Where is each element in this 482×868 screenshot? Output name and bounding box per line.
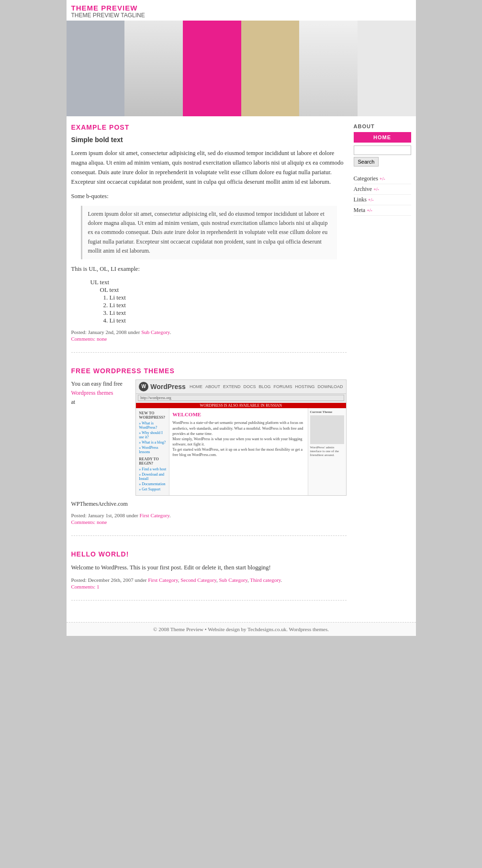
- banner-segment-2: [124, 21, 183, 116]
- post-blockquote: Lorem ipsum dolor sit amet, consectetur …: [81, 206, 337, 259]
- post-subtitle: Simple bold text: [71, 136, 347, 144]
- post-cat-second[interactable]: Second Category: [180, 577, 216, 583]
- post-paragraph-1: Lorem ipsum dolor sit amet, consectetur …: [71, 148, 347, 187]
- comments-link-wp[interactable]: Comments: none: [71, 519, 107, 525]
- site-title: THEME PREVIEW: [71, 4, 411, 12]
- banner: [67, 21, 416, 116]
- wp-sidebar-link-5: » Find a web host: [139, 467, 166, 471]
- post-cat-first[interactable]: First Category: [148, 577, 178, 583]
- sidebar-about-title: ABOUT: [354, 123, 411, 129]
- wp-screenshot: W WordPress HOMEABOUTEXTENDDOCSBLOGFORUM…: [135, 379, 346, 496]
- li-item-4: Li text: [110, 317, 347, 324]
- search-button[interactable]: Search: [354, 157, 379, 167]
- post-hello-world: HELLO WORLD! Welcome to WordPress. This …: [71, 550, 347, 601]
- bquotes-label: Some b-quotes:: [71, 191, 347, 201]
- sidebar-nav: Categories +/- Archive +/- Links +/- Met…: [354, 174, 411, 216]
- post-paragraph-hello: Welcome to WordPress. This is your first…: [71, 563, 347, 572]
- post-meta-wp: Posted: January 1st, 2008 under First Ca…: [71, 512, 347, 518]
- site-tagline: THEME PREVIEW TAGLINE: [71, 12, 411, 19]
- post-category-link[interactable]: Sub Category: [141, 329, 169, 335]
- sidebar-item-links[interactable]: Links +/-: [354, 195, 411, 205]
- wp-logo-icon: W: [139, 382, 148, 391]
- li-item-1: Li text: [110, 294, 347, 301]
- banner-segment-1: [67, 21, 125, 116]
- wp-content-area: NEW TO WORDPRESS? » What is WordPress? »…: [136, 408, 346, 495]
- wp-themes-link[interactable]: Wordpress themes: [71, 389, 113, 396]
- address-bar: http://wordpress.org: [138, 395, 344, 401]
- post-comments-example: Comments: none: [71, 335, 347, 343]
- comments-link[interactable]: Comments: none: [71, 336, 107, 342]
- wp-sidebar-link-2: » Why should I use it?: [139, 431, 166, 439]
- post-title-hello: HELLO WORLD!: [71, 550, 347, 558]
- wp-nav: HOMEABOUTEXTENDDOCSBLOGFORUMSHOSTINGDOWN…: [190, 384, 343, 389]
- ul-item: UL text: [90, 278, 347, 286]
- comments-link-hello[interactable]: Comments: 1: [71, 584, 100, 590]
- footer: © 2008 Theme Preview • Website design by…: [67, 622, 416, 636]
- wp-sidebar-link-7: » Documentation: [139, 482, 166, 486]
- wp-sidebar-nav: NEW TO WORDPRESS? » What is WordPress? »…: [136, 408, 169, 495]
- sidebar: ABOUT HOME Search Categories +/- Archive…: [354, 123, 411, 223]
- footer-text: © 2008 Theme Preview • Website design by…: [153, 626, 329, 632]
- banner-segment-3: [183, 21, 241, 116]
- banner-segment-6: [358, 21, 416, 116]
- li-item-2: Li text: [110, 301, 347, 309]
- wp-right-panel: Current Theme WordPress' admin interface…: [308, 408, 346, 495]
- wp-sidebar-link-6: » Download and Install: [139, 472, 166, 481]
- post-wp-themes: FREE WORDPRESS THEMES You can easy find …: [71, 367, 347, 536]
- post-body-hello: Welcome to WordPress. This is your first…: [71, 563, 347, 572]
- list-section: UL text OL text Li text Li text Li text …: [81, 278, 347, 324]
- wp-sidebar-link-8: » Get Support: [139, 487, 166, 491]
- sidebar-item-meta[interactable]: Meta +/-: [354, 205, 411, 216]
- post-cat-sub[interactable]: Sub Category: [219, 577, 247, 583]
- wp-main-area: WELCOME WordPress is a state-of-the-art …: [169, 408, 307, 495]
- post-body-example: Lorem ipsum dolor sit amet, consectetur …: [71, 148, 347, 324]
- post-comments-hello: Comments: 1: [71, 583, 347, 590]
- search-input[interactable]: [354, 145, 411, 155]
- ol-item: OL text: [100, 286, 347, 294]
- wp-logo: W WordPress: [139, 382, 186, 391]
- post-title-wp: FREE WORDPRESS THEMES: [71, 367, 347, 375]
- post-meta-hello: Posted: December 26th, 2007 under First …: [71, 577, 347, 583]
- wp-sidebar-link-1: » What is WordPress?: [139, 421, 166, 430]
- post-meta-example: Posted: January 2nd, 2008 under Sub Cate…: [71, 329, 347, 335]
- post-comments-wp: Comments: none: [71, 518, 347, 526]
- home-button[interactable]: HOME: [354, 132, 411, 143]
- wp-post-content: You can easy find free Wordpress themes …: [71, 379, 347, 496]
- post-title-example: EXAMPLE POST: [71, 123, 347, 131]
- list-label: This is UL, OL, LI example:: [71, 264, 347, 274]
- post-cat-third[interactable]: Third category: [250, 577, 280, 583]
- sidebar-about: ABOUT HOME Search: [354, 123, 411, 167]
- wp-post-text: You can easy find free Wordpress themes …: [71, 379, 131, 407]
- post-example: EXAMPLE POST Simple bold text Lorem ipsu…: [71, 123, 347, 353]
- sidebar-item-categories[interactable]: Categories +/-: [354, 174, 411, 184]
- wp-sidebar-link-3: » What is a blog?: [139, 440, 166, 445]
- li-item-3: Li text: [110, 309, 347, 317]
- site-address: WPThemesArchive.com: [71, 501, 347, 508]
- wp-sidebar-link-4: » WordPress lessons: [139, 445, 166, 454]
- banner-segment-5: [299, 21, 358, 116]
- banner-segment-4: [241, 21, 300, 116]
- post-category-link-wp[interactable]: First Category: [139, 512, 169, 518]
- main-content: EXAMPLE POST Simple bold text Lorem ipsu…: [71, 123, 347, 615]
- sidebar-item-archive[interactable]: Archive +/-: [354, 184, 411, 195]
- wp-announce: WORDPRESS IS ALSO AVAILABLE IN RUSSIAN: [136, 403, 346, 408]
